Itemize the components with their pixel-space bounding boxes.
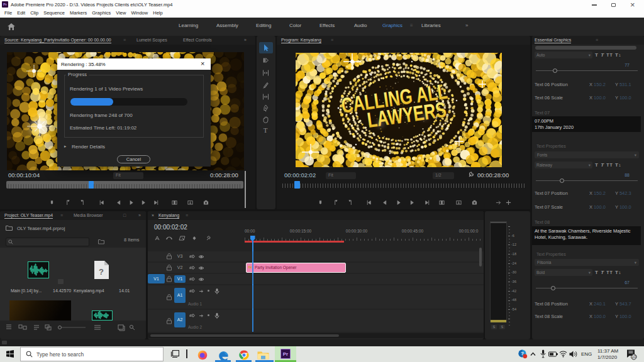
svg-text:10: 10 <box>631 354 636 359</box>
svg-text:T: T <box>264 126 268 134</box>
svg-text:?: ? <box>99 267 104 277</box>
